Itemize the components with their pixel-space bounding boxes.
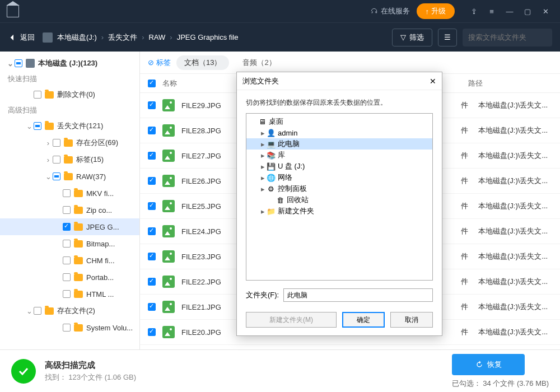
share-icon[interactable]: ⇪ (466, 3, 482, 19)
tree-raw-child[interactable]: CHM fi... (0, 252, 139, 269)
tree-raw-child[interactable]: HTML ... (0, 286, 139, 302)
checkbox[interactable] (148, 177, 156, 185)
chevron-right-icon[interactable]: ▸ (259, 140, 267, 148)
checkbox[interactable] (148, 127, 156, 134)
checkbox[interactable] (34, 122, 41, 130)
dialog-close-icon[interactable]: ✕ (430, 77, 436, 86)
checkbox[interactable] (148, 202, 156, 210)
chevron-right-icon[interactable]: ▸ (259, 129, 267, 137)
crumb-3[interactable]: JPEG Graphics file (177, 33, 239, 41)
chevron-right-icon[interactable]: › (44, 156, 53, 164)
checkbox[interactable] (34, 307, 41, 315)
online-service-link[interactable]: 在线服务 (370, 6, 410, 16)
checkbox[interactable] (148, 227, 156, 235)
chevron-right-icon[interactable]: ▸ (259, 174, 267, 182)
checkbox[interactable] (53, 139, 60, 147)
crumb-2[interactable]: RAW (148, 33, 165, 41)
crumb-1[interactable]: 丢失文件 (108, 32, 137, 43)
back-button[interactable]: 返回 (8, 32, 35, 43)
dialog-tree-item[interactable]: ▸ ⚙ 控制面板 (246, 183, 432, 194)
dialog-tree-item[interactable]: ▸ 📚 库 (246, 150, 432, 161)
menu-icon[interactable]: ≡ (484, 3, 500, 19)
view-list-button[interactable]: ☰ (438, 29, 457, 46)
chevron-down-icon[interactable]: ⌄ (25, 307, 34, 315)
folder-icon (64, 156, 73, 164)
dialog-folder-input[interactable] (283, 288, 433, 302)
upgrade-button[interactable]: ↑ 升级 (417, 3, 455, 19)
chevron-right-icon[interactable]: ▸ (259, 207, 267, 216)
checkbox[interactable] (63, 240, 71, 248)
checkbox[interactable] (15, 59, 22, 67)
image-icon (162, 225, 175, 237)
checkbox[interactable] (63, 189, 71, 197)
chevron-right-icon[interactable]: › (44, 139, 53, 147)
checkbox[interactable] (53, 156, 60, 164)
tree-partition[interactable]: › 存在分区(69) (0, 134, 139, 151)
tree-raw[interactable]: ⌄ RAW(37) (0, 168, 139, 185)
dialog-tree-item[interactable]: 🖥 桌面 (246, 116, 432, 127)
checkbox[interactable] (148, 328, 156, 336)
dialog-tree-item[interactable]: 🗑 回收站 (246, 194, 432, 206)
close-icon[interactable]: ✕ (538, 3, 553, 19)
tree-raw-child[interactable]: Zip co... (0, 202, 139, 218)
new-folder-button[interactable]: 新建文件夹(M) (246, 312, 337, 328)
chevron-right-icon[interactable]: ▸ (259, 162, 267, 171)
dialog-tree-item[interactable]: ▸ 👤 admin (246, 127, 432, 138)
checkbox[interactable] (63, 256, 71, 264)
tree-raw-child[interactable]: MKV fi... (0, 185, 139, 202)
tree-sysvol[interactable]: System Volu... (0, 319, 139, 336)
dialog-tree-item[interactable]: ▸ 💾 U 盘 (J:) (246, 161, 432, 172)
tag-icon: ⊘ (148, 58, 154, 67)
dialog-tree-item[interactable]: ▸ 💻 此电脑 (246, 138, 432, 150)
ok-button[interactable]: 确定 (342, 312, 385, 328)
folder-icon (45, 123, 54, 130)
chevron-right-icon[interactable]: ▸ (259, 185, 267, 193)
minimize-icon[interactable]: — (502, 3, 517, 19)
checkbox[interactable] (148, 253, 156, 260)
item-label: 网络 (278, 172, 292, 183)
folder-icon (64, 173, 73, 180)
tree-exist[interactable]: ⌄ 存在文件(2) (0, 302, 139, 319)
checkbox[interactable] (148, 303, 156, 311)
tab-documents[interactable]: 文档（13） (176, 55, 229, 70)
checkbox[interactable] (34, 91, 41, 99)
tab-audio[interactable]: 音频（2） (235, 55, 283, 70)
chevron-down-icon[interactable]: ⌄ (44, 172, 53, 181)
tree-raw-child[interactable]: JPEG G... (0, 218, 139, 235)
search-input[interactable] (468, 33, 560, 41)
chevron-down-icon[interactable]: ⌄ (25, 122, 34, 130)
checkbox[interactable] (148, 278, 156, 286)
checkbox[interactable] (63, 273, 71, 281)
checkbox[interactable] (148, 152, 156, 160)
tree-label: RAW(37) (76, 172, 106, 181)
checkbox[interactable] (63, 324, 71, 332)
home-icon[interactable] (7, 5, 19, 17)
tree-raw-child[interactable]: Bitmap... (0, 235, 139, 252)
file-trail: 件 (440, 302, 468, 312)
checkbox[interactable] (63, 290, 71, 298)
tag-button[interactable]: ⊘标签 (148, 58, 171, 68)
cancel-button[interactable]: 取消 (390, 312, 433, 328)
tree-label: 删除文件(0) (57, 90, 95, 100)
file-path: 本地磁盘(J:)\丢失文... (468, 125, 552, 136)
chevron-down-icon[interactable]: ⌄ (6, 59, 15, 68)
filter-button[interactable]: ▽ 筛选 (392, 29, 432, 46)
chevron-right-icon[interactable]: ▸ (259, 151, 267, 160)
maximize-icon[interactable]: ▢ (520, 3, 535, 19)
select-all-checkbox[interactable] (148, 80, 156, 87)
tree-raw-child[interactable]: Portab... (0, 269, 139, 286)
crumb-0[interactable]: 本地磁盘(J:) (57, 32, 97, 43)
tree-root[interactable]: ⌄ 本地磁盘 (J:)(123) (0, 55, 139, 72)
dialog-tree-item[interactable]: ▸ 🌐 网络 (246, 172, 432, 183)
checkbox[interactable] (63, 206, 71, 214)
recover-button[interactable]: 恢复 (452, 354, 525, 375)
folder-icon (74, 240, 83, 248)
tree-tags[interactable]: › 标签(15) (0, 151, 139, 168)
tree-lost[interactable]: ⌄ 丢失文件(121) (0, 118, 139, 134)
col-path[interactable]: 路径 (468, 78, 552, 88)
checkbox[interactable] (63, 223, 71, 231)
checkbox[interactable] (53, 172, 60, 180)
checkbox[interactable] (148, 101, 156, 109)
tree-deleted[interactable]: 删除文件(0) (0, 86, 139, 103)
dialog-tree-item[interactable]: ▸ 📁 新建文件夹 (246, 206, 432, 217)
